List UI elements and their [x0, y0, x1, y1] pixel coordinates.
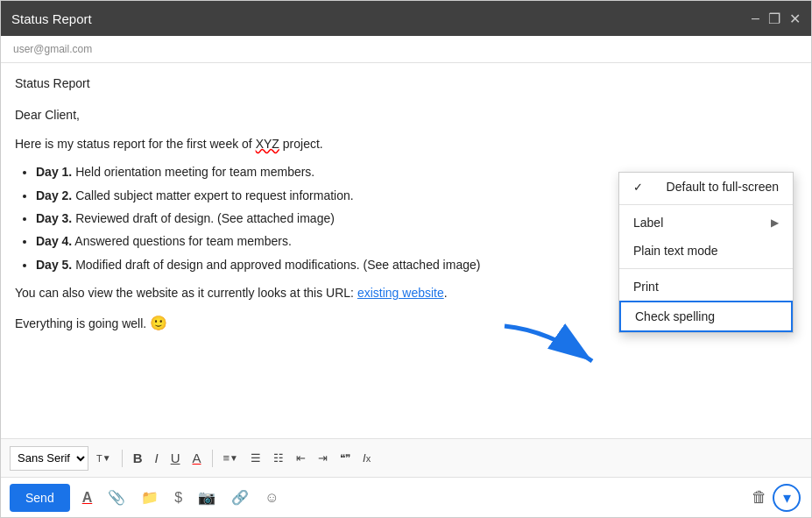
context-menu-item-check-spelling[interactable]: Check spelling: [619, 301, 793, 332]
intro-paragraph: Here is my status report for the first w…: [15, 134, 797, 153]
clear-formatting-button[interactable]: Ix: [358, 446, 375, 471]
insert-photo-icon[interactable]: 📷: [194, 486, 219, 509]
context-menu-item-label[interactable]: Label ▶: [619, 209, 793, 237]
context-menu-item-plain-text[interactable]: Plain text mode: [619, 237, 793, 265]
email-header: user@gmail.com: [1, 36, 811, 63]
formatting-toolbar: Sans Serif T ▼ B I U A ≡ ▼ ☰ ☷ ⇤ ⇥ ❝❞: [1, 438, 811, 477]
bold-button[interactable]: B: [129, 446, 147, 471]
emoji: 🙂: [150, 316, 167, 330]
greeting: Dear Client,: [15, 105, 797, 124]
minimize-button[interactable]: –: [752, 11, 759, 26]
email-from: user@gmail.com: [13, 43, 799, 55]
text-size-button[interactable]: T ▼: [92, 446, 116, 471]
attach-file-icon[interactable]: 📎: [104, 486, 129, 509]
indent-less-icon: ⇤: [296, 451, 306, 465]
toolbar-separator-1: [122, 450, 123, 467]
blockquote-icon: ❝❞: [340, 452, 350, 465]
align-button[interactable]: ≡ ▼: [219, 446, 244, 471]
xyz-word: XYZ: [256, 137, 279, 151]
text-size-icon: T: [96, 453, 102, 464]
close-button[interactable]: ✕: [789, 11, 801, 27]
discard-button[interactable]: 🗑: [752, 488, 767, 507]
window-controls: – ❐ ✕: [752, 11, 801, 27]
italic-button[interactable]: I: [150, 446, 162, 471]
context-menu-divider: [619, 204, 793, 205]
align-icon: ≡: [223, 451, 230, 465]
window-title: Status Report: [11, 11, 92, 26]
indent-more-button[interactable]: ⇥: [314, 446, 332, 471]
font-family-select[interactable]: Sans Serif: [10, 446, 88, 471]
font-color-bottom-icon[interactable]: A: [79, 486, 96, 509]
indent-more-icon: ⇥: [318, 451, 328, 465]
compose-area[interactable]: Status Report Dear Client, Here is my st…: [1, 63, 811, 438]
context-menu-item-print[interactable]: Print: [619, 273, 793, 301]
title-bar: Status Report – ❐ ✕: [1, 1, 811, 36]
indent-less-button[interactable]: ⇤: [292, 446, 310, 471]
more-options-button[interactable]: ▾: [773, 484, 801, 512]
restore-button[interactable]: ❐: [768, 11, 780, 27]
compose-window: Status Report – ❐ ✕ user@gmail.com Statu…: [0, 0, 812, 518]
numbered-list-icon: ☰: [251, 451, 261, 465]
font-color-button[interactable]: A: [188, 446, 206, 471]
bulleted-list-button[interactable]: ☷: [269, 446, 288, 471]
insert-money-icon[interactable]: $: [171, 486, 186, 509]
insert-emoji-icon[interactable]: ☺: [261, 486, 282, 509]
send-button[interactable]: Send: [10, 484, 70, 512]
insert-link-icon[interactable]: 🔗: [228, 486, 252, 509]
existing-website-link[interactable]: existing website: [357, 286, 444, 300]
underline-button[interactable]: U: [166, 446, 185, 471]
google-drive-icon[interactable]: 📁: [138, 486, 162, 509]
context-menu: Default to full-screen Label ▶ Plain tex…: [618, 172, 794, 333]
bulleted-list-icon: ☷: [273, 451, 284, 465]
chevron-down-icon: ▾: [783, 488, 791, 507]
numbered-list-button[interactable]: ☰: [246, 446, 265, 471]
bottom-bar: Send A 📎 📁 $ 📷 🔗 ☺ 🗑 ▾: [1, 477, 811, 517]
context-menu-item-default-fullscreen[interactable]: Default to full-screen: [619, 173, 793, 201]
submenu-arrow-icon: ▶: [771, 216, 779, 229]
email-subject: Status Report: [15, 74, 797, 93]
blockquote-button[interactable]: ❝❞: [335, 446, 355, 471]
context-menu-divider-2: [619, 268, 793, 269]
toolbar-separator-2: [212, 450, 213, 467]
